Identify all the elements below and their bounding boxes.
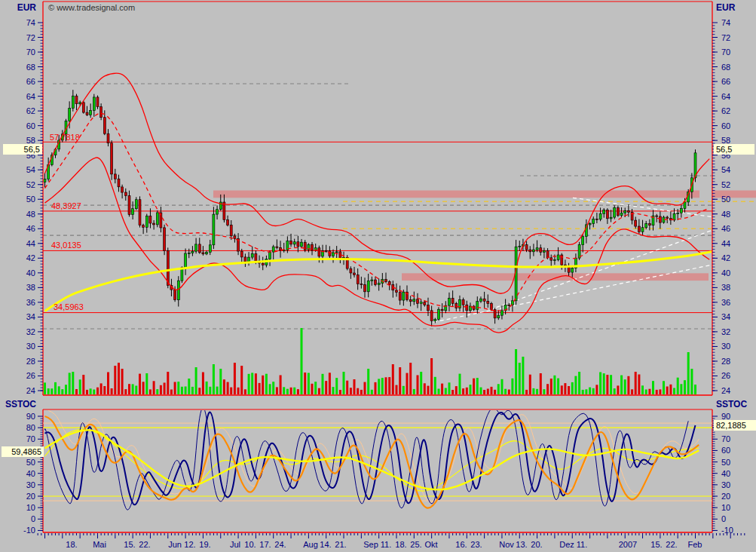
volume-bar: [687, 352, 690, 394]
volume-bar: [174, 382, 176, 395]
candle: [304, 240, 306, 252]
candle: [360, 277, 363, 289]
y-tick-label: 26: [26, 371, 35, 380]
volume-bar: [445, 388, 447, 395]
candle: [332, 250, 335, 263]
candle: [185, 249, 187, 275]
y-tick-label: 24: [26, 386, 35, 395]
y-tick-label: 62: [721, 106, 730, 115]
candle: [213, 207, 215, 249]
volume-bar: [367, 369, 369, 394]
volume-bar: [118, 363, 120, 394]
volume-bar: [195, 367, 197, 394]
volume-bar: [297, 389, 299, 394]
volume-bar: [669, 385, 672, 394]
y-tick-label: 28: [721, 357, 730, 366]
candle: [209, 240, 211, 255]
volume-bar: [198, 388, 200, 394]
candle: [142, 224, 145, 235]
candle: [350, 266, 352, 279]
y-tick-label: 70: [26, 434, 35, 443]
volume-bar: [589, 388, 591, 394]
candle: [223, 195, 225, 222]
y-tick-label: 46: [721, 224, 730, 233]
candle: [606, 208, 608, 224]
volume-bar: [103, 386, 106, 394]
dashed-gridlines: [43, 84, 754, 329]
candle: [128, 191, 130, 217]
candle: [335, 246, 338, 259]
y-tick-label: 48: [721, 210, 730, 219]
y-tick-label: 20: [26, 492, 35, 501]
chart-canvas[interactable]: 2424262628283030323234343636383840404242…: [0, 0, 756, 552]
candle: [177, 276, 179, 306]
volume-bar: [578, 372, 580, 394]
candle: [216, 205, 219, 219]
x-axis-label: Mai: [84, 540, 115, 549]
price-level-label-1: 57,7818: [50, 133, 80, 142]
candle: [293, 239, 295, 247]
volume-bar: [69, 373, 71, 394]
y-tick-label: 70: [721, 48, 730, 57]
candle: [603, 208, 605, 218]
volume-bar: [434, 377, 436, 394]
y-tick-label: 70: [721, 434, 730, 443]
volume-bar: [684, 380, 686, 394]
candle: [582, 235, 584, 253]
y-tick-label: 60: [721, 446, 730, 455]
volume-bar: [666, 387, 669, 395]
tradesignal-chart-window: 2424262628283030323234343636383840404242…: [0, 0, 756, 552]
candle: [396, 284, 398, 297]
volume-bar: [585, 389, 587, 394]
y-tick-label: 32: [26, 327, 35, 336]
candle: [487, 294, 489, 307]
volume-bar: [114, 366, 116, 394]
volume-bar: [219, 369, 222, 394]
candle: [248, 252, 250, 265]
volume-bar: [61, 389, 63, 394]
y-tick-label: 90: [26, 412, 35, 421]
volume-bar: [335, 378, 338, 394]
volume-bar: [561, 385, 563, 394]
y-tick-label: 34: [721, 312, 730, 321]
volume-bar: [438, 389, 440, 395]
candlestick-series: [44, 90, 696, 326]
volume-bar: [614, 388, 616, 394]
candle: [470, 302, 472, 312]
volume-bar: [635, 372, 637, 394]
candle: [195, 238, 197, 254]
candle: [445, 301, 447, 313]
volume-bar: [121, 369, 124, 394]
candle: [156, 210, 158, 227]
volume-bar: [322, 374, 324, 394]
candle: [652, 210, 654, 230]
volume-bar: [167, 372, 169, 394]
candle: [385, 273, 387, 284]
volume-bar: [350, 388, 352, 394]
candle: [325, 245, 327, 253]
candle: [357, 268, 359, 290]
volume-bar: [648, 389, 650, 394]
volume-bar: [501, 379, 503, 394]
volume-bar: [142, 382, 145, 394]
candle: [188, 249, 190, 259]
volume-bar: [304, 373, 306, 394]
volume-bar: [153, 381, 155, 394]
candle: [297, 236, 299, 253]
candle: [659, 211, 661, 228]
main-unit-label-left: EUR: [15, 2, 36, 13]
volume-bar: [265, 374, 268, 394]
volume-bar: [663, 381, 665, 394]
volume-bar: [652, 381, 654, 394]
candle: [589, 222, 591, 230]
volume-bar: [385, 377, 387, 394]
candle: [90, 103, 92, 118]
volume-bar: [409, 363, 412, 394]
volume-bar: [262, 376, 264, 394]
volume-bar: [79, 379, 81, 394]
volume-bar: [185, 387, 187, 395]
volume-bar: [476, 378, 479, 394]
y-tick-label: 60: [26, 121, 35, 130]
y-tick-label: 50: [26, 195, 35, 204]
candle: [402, 290, 405, 305]
